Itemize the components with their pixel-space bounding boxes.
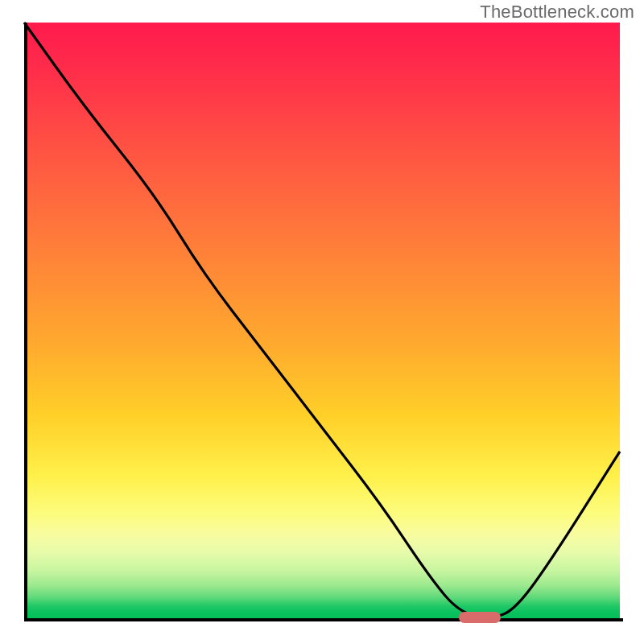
curve-svg	[24, 23, 620, 618]
watermark-text: TheBottleneck.com	[480, 2, 634, 23]
optimal-marker	[459, 612, 501, 623]
x-axis-line	[24, 618, 623, 621]
bottleneck-curve-path	[24, 23, 620, 617]
chart-container: { "watermark": "TheBottleneck.com", "cha…	[0, 0, 644, 644]
